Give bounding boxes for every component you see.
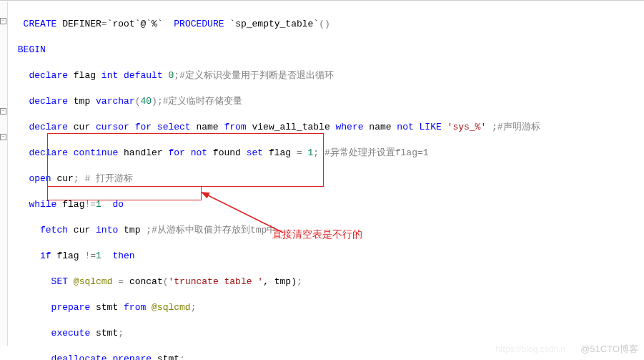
code-line: SET @sqlcmd = concat('truncate table ', …: [12, 276, 540, 288]
fold-gutter: - - -: [0, 2, 8, 346]
code-line: if flag !=1 then: [12, 250, 540, 263]
code-line: execute stmt;: [12, 327, 540, 340]
code-line: prepare stmt from @sqlcmd;: [12, 301, 540, 314]
code-area[interactable]: CREATE DEFINER=`root`@`%` PROCEDURE `sp_…: [8, 2, 540, 346]
code-line: declare flag int default 0;#定义标识变量用于判断是否…: [12, 69, 540, 82]
annotation-text: 直接清空表是不行的: [272, 228, 362, 240]
highlight-box-1: [47, 133, 324, 187]
code-line: CREATE DEFINER=`root`@`%` PROCEDURE `sp_…: [12, 18, 540, 31]
watermark-main: @51CTO博客: [580, 343, 638, 356]
code-editor: - - - CREATE DEFINER=`root`@`%` PROCEDUR…: [0, 2, 644, 346]
code-line: BEGIN: [12, 44, 540, 57]
fold-icon[interactable]: -: [0, 18, 6, 24]
code-line: declare cur cursor for select name from …: [12, 121, 540, 134]
code-line: declare tmp varchar(40);#定义临时存储变量: [12, 95, 540, 108]
code-line: deallocate prepare stmt;: [12, 353, 540, 360]
highlight-box-2: [47, 186, 202, 200]
watermark-faint: https://blog.csdn.n: [496, 343, 565, 356]
fold-icon[interactable]: -: [0, 134, 6, 140]
fold-icon[interactable]: -: [0, 108, 6, 115]
